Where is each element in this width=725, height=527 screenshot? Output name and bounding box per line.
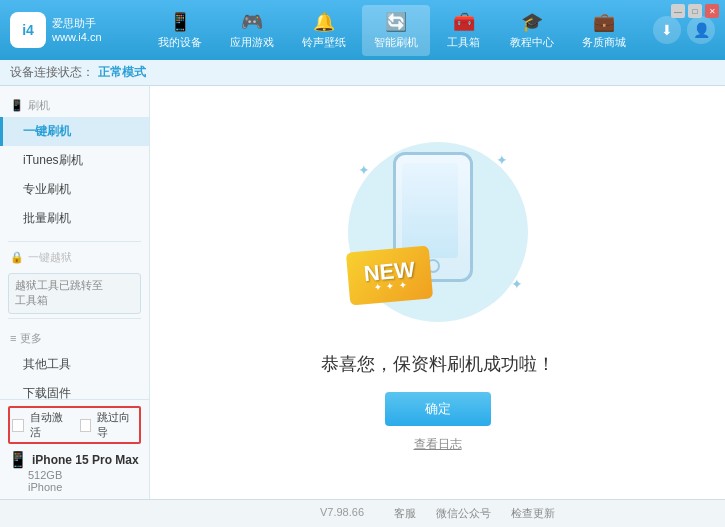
device-info: 📱 iPhone 15 Pro Max [8, 450, 141, 469]
phone-screen [402, 163, 458, 258]
sidebar-header-more: ≡ 更多 [0, 327, 149, 350]
phone-illustration: ✦ ✦ ✦ NEW ✦ ✦ ✦ [338, 132, 538, 332]
apps-games-icon: 🎮 [241, 11, 263, 33]
new-badge: NEW ✦ ✦ ✦ [345, 245, 433, 305]
logo-text: 爱思助手 www.i4.cn [52, 16, 102, 45]
nav-apps-games-label: 应用游戏 [230, 35, 274, 50]
nav-smart-flash-label: 智能刷机 [374, 35, 418, 50]
flash-section-label: 刷机 [28, 98, 50, 113]
auto-activate-label: 自动激活 [30, 410, 70, 440]
nav-my-device[interactable]: 📱 我的设备 [146, 5, 214, 56]
device-section: 自动激活 跳过向导 📱 iPhone 15 Pro Max 512GB iPho… [0, 399, 150, 499]
sparkle-1: ✦ [358, 162, 370, 178]
sidebar-other-tools-label: 其他工具 [23, 357, 71, 371]
version-label: V7.98.66 [320, 506, 364, 521]
status-label: 设备连接状态： [10, 64, 94, 81]
status-bar: 设备连接状态： 正常模式 [0, 60, 725, 86]
app-subtitle: www.i4.cn [52, 30, 102, 44]
bottom-bar: V7.98.66 客服 微信公众号 检查更新 [0, 499, 725, 527]
sparkle-2: ✦ [496, 152, 508, 168]
auto-activate-checkbox[interactable] [12, 419, 24, 432]
smart-flash-icon: 🔄 [385, 11, 407, 33]
sidebar-note-line2: 工具箱 [15, 294, 48, 306]
logo-icon: i4 [10, 12, 46, 48]
sidebar-item-other-tools[interactable]: 其他工具 [0, 350, 149, 379]
sidebar-divider-2 [8, 318, 141, 319]
view-log-link[interactable]: 查看日志 [414, 436, 462, 453]
nav-my-device-label: 我的设备 [158, 35, 202, 50]
device-name: iPhone 15 Pro Max [32, 453, 139, 467]
more-section-label: 更多 [20, 331, 42, 346]
guide-skip-label: 跳过向导 [97, 410, 137, 440]
nav-service[interactable]: 💼 务质商城 [570, 5, 638, 56]
main-panel: ✦ ✦ ✦ NEW ✦ ✦ ✦ 恭喜您，保资料刷机成功啦！ 确定 查看日志 [150, 86, 725, 499]
success-message: 恭喜您，保资料刷机成功啦！ [321, 352, 555, 376]
confirm-button[interactable]: 确定 [385, 392, 491, 426]
flash-section-icon: 📱 [10, 99, 24, 112]
tutorial-icon: 🎓 [521, 11, 543, 33]
device-type: iPhone [8, 481, 141, 493]
app-logo: i4 爱思助手 www.i4.cn [10, 12, 110, 48]
bottom-item-service[interactable]: 客服 [394, 506, 416, 521]
sidebar-itunes-label: iTunes刷机 [23, 153, 83, 167]
device-phone-icon: 📱 [8, 450, 28, 469]
more-section-icon: ≡ [10, 332, 16, 344]
sidebar-note-line1: 越狱工具已跳转至 [15, 279, 103, 291]
logo-char: i4 [22, 22, 34, 38]
close-button[interactable]: ✕ [705, 4, 719, 18]
sidebar-header-flash: 📱 刷机 [0, 94, 149, 117]
nav-service-label: 务质商城 [582, 35, 626, 50]
status-value: 正常模式 [98, 64, 146, 81]
bottom-item-update[interactable]: 检查更新 [511, 506, 555, 521]
my-device-icon: 📱 [169, 11, 191, 33]
sidebar-download-fw-label: 下载固件 [23, 386, 71, 400]
main-nav: 📱 我的设备 🎮 应用游戏 🔔 铃声壁纸 🔄 智能刷机 🧰 工具箱 🎓 教程中心… [130, 5, 653, 56]
nav-toolbox[interactable]: 🧰 工具箱 [434, 5, 494, 56]
sidebar-divider-1 [8, 241, 141, 242]
sidebar-one-click-label: 一键刷机 [23, 124, 71, 138]
app-title: 爱思助手 [52, 16, 102, 30]
toolbox-icon: 🧰 [453, 11, 475, 33]
sidebar-batch-label: 批量刷机 [23, 211, 71, 225]
sidebar-section-flash: 📱 刷机 一键刷机 iTunes刷机 专业刷机 批量刷机 [0, 90, 149, 237]
device-storage: 512GB [8, 469, 141, 481]
sidebar-pro-label: 专业刷机 [23, 182, 71, 196]
nav-smart-flash[interactable]: 🔄 智能刷机 [362, 5, 430, 56]
nav-tutorial[interactable]: 🎓 教程中心 [498, 5, 566, 56]
nav-toolbox-label: 工具箱 [447, 35, 480, 50]
nav-ringtone-label: 铃声壁纸 [302, 35, 346, 50]
nav-ringtone[interactable]: 🔔 铃声壁纸 [290, 5, 358, 56]
bottom-item-wechat[interactable]: 微信公众号 [436, 506, 491, 521]
sidebar-item-batch[interactable]: 批量刷机 [0, 204, 149, 233]
guide-skip-checkbox[interactable] [80, 419, 92, 432]
user-button[interactable]: 👤 [687, 16, 715, 44]
sidebar-item-pro[interactable]: 专业刷机 [0, 175, 149, 204]
service-icon: 💼 [593, 11, 615, 33]
sparkle-3: ✦ [511, 276, 523, 292]
nav-tutorial-label: 教程中心 [510, 35, 554, 50]
nav-apps-games[interactable]: 🎮 应用游戏 [218, 5, 286, 56]
sidebar-disabled-jailbreak: 🔒 一键越狱 [0, 246, 149, 269]
auto-row: 自动激活 跳过向导 [8, 406, 141, 444]
bottom-center: V7.98.66 客服 微信公众号 检查更新 [160, 506, 715, 521]
minimize-button[interactable]: — [671, 4, 685, 18]
ringtone-icon: 🔔 [313, 11, 335, 33]
download-button[interactable]: ⬇ [653, 16, 681, 44]
sidebar-disabled-label: 一键越狱 [28, 250, 72, 265]
maximize-button[interactable]: □ [688, 4, 702, 18]
sidebar-item-one-click[interactable]: 一键刷机 [0, 117, 149, 146]
sidebar-note: 越狱工具已跳转至 工具箱 [8, 273, 141, 314]
app-header: i4 爱思助手 www.i4.cn 📱 我的设备 🎮 应用游戏 🔔 铃声壁纸 🔄… [0, 0, 725, 60]
sidebar-item-itunes[interactable]: iTunes刷机 [0, 146, 149, 175]
header-right: ⬇ 👤 [653, 16, 715, 44]
